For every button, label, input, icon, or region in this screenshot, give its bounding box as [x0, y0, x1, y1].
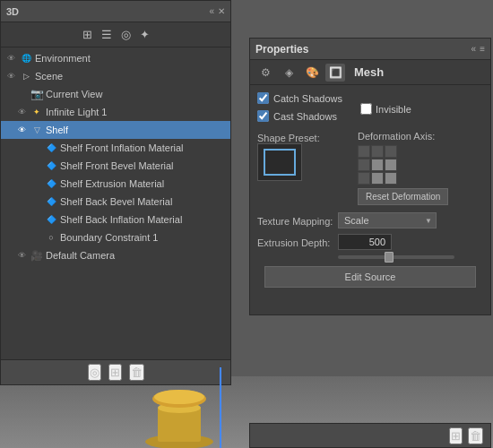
cast-shadows-checkbox[interactable]: [257, 110, 269, 122]
tree-icon-material5: 🔷: [44, 213, 58, 226]
catch-shadows-checkbox[interactable]: [257, 92, 269, 104]
extrusion-area: [338, 234, 392, 250]
extrusion-slider-row: [257, 255, 483, 259]
tree-icon-scene: ▷: [19, 70, 33, 82]
tree-item-shelf-back-inflation[interactable]: 🔷 Shelf Back Inflation Material: [1, 211, 230, 228]
tree-item-shelf-front-inflation[interactable]: 🔷 Shelf Front Inflation Material: [1, 139, 230, 157]
tree-icon-constraint: ○: [44, 231, 58, 244]
deform-cell-22[interactable]: [385, 172, 397, 185]
props-collapse-icon[interactable]: «: [471, 44, 477, 54]
eye-icon-shelf[interactable]: 👁: [15, 124, 28, 136]
tree-item-shelf-back-bevel[interactable]: 🔷 Shelf Back Bevel Material: [1, 193, 230, 211]
eye-icon-blank6: [30, 213, 42, 226]
shape-preview: [264, 149, 296, 176]
light-button[interactable]: ◎: [119, 26, 133, 43]
tab-material[interactable]: 🎨: [302, 64, 322, 82]
extrusion-slider-handle[interactable]: [385, 252, 394, 263]
tree-label-default-camera: Default Camera: [46, 250, 115, 261]
tab-mesh[interactable]: 🔳: [325, 64, 345, 82]
deformation-grid: [358, 145, 448, 185]
props-panel-bottom-toolbar: ⊞ 🗑: [249, 423, 491, 448]
tree-icon-material3: 🔷: [44, 177, 58, 190]
deform-cell-21[interactable]: [371, 172, 384, 185]
tree-item-boundary-constraint[interactable]: ○ Boundary Constraint 1: [1, 228, 230, 246]
invisible-checkbox[interactable]: [360, 103, 372, 115]
tree-item-default-camera[interactable]: 👁 🎥 Default Camera: [1, 246, 230, 264]
fx-button[interactable]: ✦: [138, 26, 151, 43]
tree-item-environment[interactable]: 👁 🌐 Environment: [1, 49, 230, 67]
eye-icon-light[interactable]: 👁: [15, 106, 28, 118]
eye-icon-env[interactable]: 👁: [4, 52, 17, 65]
props-add-button[interactable]: ⊞: [449, 427, 463, 444]
tree-icon-shelf: ▽: [30, 124, 44, 136]
texture-mapping-label: Texture Mapping:: [257, 214, 338, 227]
props-section-title: Mesh: [354, 65, 384, 79]
deform-cell-00[interactable]: [358, 145, 370, 158]
tree-label-shelf-front-inflation: Shelf Front Inflation Material: [60, 142, 184, 153]
deform-cell-11[interactable]: [371, 159, 384, 171]
collapse-icon[interactable]: «: [209, 6, 214, 16]
tree-item-infinite-light[interactable]: 👁 ✦ Infinite Light 1: [1, 103, 230, 121]
tree-item-shelf-front-bevel[interactable]: 🔷 Shelf Front Bevel Material: [1, 157, 230, 175]
deform-cell-12[interactable]: [385, 159, 397, 171]
deformation-axis-group: Deformation Axis: Reset Deformation: [358, 131, 448, 205]
props-tabs: ⚙ ◈ 🎨 🔳 Mesh: [250, 60, 490, 85]
panel-3d-header: 3D « ✕: [1, 1, 230, 22]
reset-deformation-button[interactable]: Reset Deformation: [358, 188, 448, 205]
cast-shadows-label: Cast Shadows: [273, 111, 337, 122]
props-header-icons: « ≡: [471, 44, 485, 54]
tree-item-scene[interactable]: 👁 ▷ Scene: [1, 67, 230, 85]
tree-label-current-view: Current View: [46, 89, 102, 99]
eye-icon-scene[interactable]: 👁: [4, 70, 17, 82]
texture-mapping-select[interactable]: Scale Tile Inflate Front: [338, 212, 437, 228]
deformation-axis-label: Deformation Axis:: [358, 131, 448, 142]
add-layer-button[interactable]: ◎: [88, 364, 101, 381]
invisible-row: Invisible: [360, 103, 411, 115]
edit-source-button[interactable]: Edit Source: [264, 266, 476, 288]
blue-line: [220, 367, 221, 448]
tree-label-shelf-front-bevel: Shelf Front Bevel Material: [60, 160, 174, 171]
list-view-button[interactable]: ☰: [99, 26, 114, 43]
tree-label-infinite-light: Infinite Light 1: [46, 107, 108, 117]
deform-cell-02[interactable]: [385, 145, 397, 158]
tree-item-shelf[interactable]: 👁 ▽ Shelf: [1, 121, 230, 139]
add-item-button[interactable]: ⊞: [108, 364, 122, 381]
tree-label-shelf-back-inflation: Shelf Back Inflation Material: [60, 214, 182, 225]
panel-3d-toolbar: ⊞ ☰ ◎ ✦: [1, 22, 230, 47]
texture-mapping-row: Texture Mapping: Scale Tile Inflate Fron…: [257, 212, 483, 228]
eye-icon-blank3: [30, 159, 42, 172]
tree-icon-default-camera: 🎥: [30, 249, 44, 262]
tab-shape[interactable]: ◈: [279, 64, 298, 82]
props-menu-icon[interactable]: ≡: [480, 44, 485, 54]
deform-cell-01[interactable]: [371, 145, 384, 158]
pedestal-shape: [143, 390, 215, 448]
extrusion-depth-input[interactable]: [338, 234, 392, 250]
close-icon[interactable]: ✕: [218, 6, 225, 16]
shape-preset-box[interactable]: [257, 143, 302, 181]
props-delete-button[interactable]: 🗑: [468, 427, 483, 444]
catch-shadows-label: Catch Shadows: [273, 93, 342, 104]
deform-cell-10[interactable]: [358, 159, 370, 171]
panel-3d: 3D « ✕ ⊞ ☰ ◎ ✦ 👁 🌐 Environment 👁 ▷ Scene…: [0, 0, 231, 385]
tree-icon-material1: 🔷: [44, 142, 58, 154]
grid-view-button[interactable]: ⊞: [81, 26, 94, 43]
tree-label-shelf-back-bevel: Shelf Back Bevel Material: [60, 196, 172, 207]
properties-panel: Properties « ≡ ⚙ ◈ 🎨 🔳 Mesh Catch Shadow…: [249, 38, 491, 315]
extrusion-slider-track: [338, 255, 454, 259]
tree-item-current-view[interactable]: 📷 Current View: [1, 85, 230, 103]
props-panel-title: Properties: [255, 43, 308, 56]
delete-button[interactable]: 🗑: [129, 364, 144, 381]
shape-deform-row: Shape Preset: Deformation Axis:: [257, 131, 483, 205]
tab-settings[interactable]: ⚙: [255, 64, 275, 82]
texture-mapping-select-wrapper: Scale Tile Inflate Front: [338, 212, 437, 228]
extrusion-depth-row: Extrusion Depth:: [257, 234, 483, 250]
tree-item-shelf-extrusion[interactable]: 🔷 Shelf Extrusion Material: [1, 175, 230, 193]
panel-3d-bottom-toolbar: ◎ ⊞ 🗑: [1, 359, 230, 384]
shape-preset-label: Shape Preset:: [257, 131, 338, 143]
extrusion-depth-label: Extrusion Depth:: [257, 236, 338, 248]
svg-point-4: [154, 390, 204, 404]
cast-shadows-row: Cast Shadows: [257, 110, 342, 122]
eye-icon-blank4: [30, 177, 42, 190]
deform-cell-20[interactable]: [358, 172, 370, 185]
eye-icon-cam[interactable]: 👁: [15, 249, 28, 262]
